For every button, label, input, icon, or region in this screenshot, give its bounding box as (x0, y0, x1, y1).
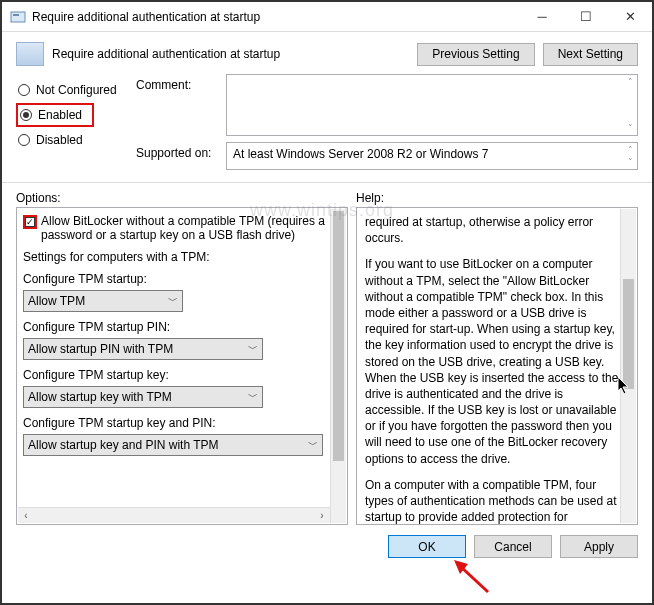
help-pane: required at startup, otherwise a policy … (356, 207, 638, 525)
help-heading: Help: (356, 191, 638, 205)
scroll-right-icon[interactable]: › (314, 508, 330, 523)
configure-tpm-key-pin-select[interactable]: Allow startup key and PIN with TPM ﹀ (23, 434, 323, 456)
configure-tpm-pin-select[interactable]: Allow startup PIN with TPM ﹀ (23, 338, 263, 360)
allow-no-tpm-highlight: ✓ (23, 215, 37, 229)
scroll-left-icon[interactable]: ‹ (18, 508, 34, 523)
minimize-button[interactable]: ─ (520, 2, 564, 32)
scroll-up-icon[interactable]: ˄ (628, 77, 633, 87)
supported-on-text: At least Windows Server 2008 R2 or Windo… (233, 147, 488, 161)
page-title: Require additional authentication at sta… (52, 47, 409, 61)
supported-on-value: At least Windows Server 2008 R2 or Windo… (226, 142, 638, 170)
policy-large-icon (16, 42, 44, 66)
chevron-down-icon: ﹀ (168, 294, 178, 308)
radio-icon (18, 134, 30, 146)
next-setting-button[interactable]: Next Setting (543, 43, 638, 66)
scrollbar-thumb[interactable] (623, 279, 634, 389)
help-text: If you want to use BitLocker on a comput… (365, 256, 619, 466)
select-value: Allow TPM (28, 294, 85, 308)
header: Require additional authentication at sta… (2, 32, 652, 72)
radio-icon (20, 109, 32, 121)
options-vscrollbar[interactable] (330, 209, 346, 523)
radio-label: Disabled (36, 133, 83, 147)
select-value: Allow startup PIN with TPM (28, 342, 173, 356)
allow-no-tpm-checkbox[interactable]: ✓ (25, 217, 35, 227)
configure-tpm-startup-label: Configure TPM startup: (23, 272, 329, 286)
close-button[interactable]: ✕ (608, 2, 652, 32)
configure-tpm-key-pin-label: Configure TPM startup key and PIN: (23, 416, 329, 430)
configure-tpm-pin-label: Configure TPM startup PIN: (23, 320, 329, 334)
select-value: Allow startup key and PIN with TPM (28, 438, 219, 452)
options-heading: Options: (16, 191, 356, 205)
apply-button[interactable]: Apply (560, 535, 638, 558)
comment-label: Comment: (136, 74, 226, 136)
svg-rect-0 (11, 12, 25, 22)
dialog-footer: OK Cancel Apply (2, 525, 652, 568)
options-pane: ✓ Allow BitLocker without a compatible T… (16, 207, 348, 525)
configure-tpm-startup-select[interactable]: Allow TPM ﹀ (23, 290, 183, 312)
ok-button[interactable]: OK (388, 535, 466, 558)
radio-not-configured[interactable]: Not Configured (16, 78, 136, 102)
scroll-down-icon[interactable]: ˅ (628, 157, 633, 167)
divider (2, 182, 652, 183)
comment-input[interactable]: ˄ ˅ (226, 74, 638, 136)
chevron-down-icon: ﹀ (248, 390, 258, 404)
select-value: Allow startup key with TPM (28, 390, 172, 404)
cancel-button[interactable]: Cancel (474, 535, 552, 558)
previous-setting-button[interactable]: Previous Setting (417, 43, 534, 66)
tpm-section-label: Settings for computers with a TPM: (23, 250, 329, 264)
options-hscrollbar[interactable]: ‹ › (18, 507, 330, 523)
allow-no-tpm-label: Allow BitLocker without a compatible TPM… (41, 214, 329, 242)
radio-disabled[interactable]: Disabled (16, 128, 136, 152)
help-text: On a computer with a compatible TPM, fou… (365, 477, 619, 525)
supported-on-label: Supported on: (136, 142, 226, 170)
state-radio-group: Not Configured Enabled Disabled (16, 74, 136, 176)
window-title: Require additional authentication at sta… (32, 10, 520, 24)
chevron-down-icon: ﹀ (308, 438, 318, 452)
policy-icon (10, 9, 26, 25)
configure-tpm-key-label: Configure TPM startup key: (23, 368, 329, 382)
radio-label: Not Configured (36, 83, 117, 97)
radio-enabled[interactable]: Enabled (16, 103, 94, 127)
help-vscrollbar[interactable] (620, 209, 636, 523)
titlebar: Require additional authentication at sta… (2, 2, 652, 32)
scrollbar-thumb[interactable] (333, 211, 344, 461)
radio-icon (18, 84, 30, 96)
chevron-down-icon: ﹀ (248, 342, 258, 356)
scroll-up-icon[interactable]: ˄ (628, 145, 633, 155)
maximize-button[interactable]: ☐ (564, 2, 608, 32)
scroll-down-icon[interactable]: ˅ (628, 123, 633, 133)
svg-rect-1 (13, 14, 19, 16)
help-text: required at startup, otherwise a policy … (365, 214, 619, 246)
configure-tpm-key-select[interactable]: Allow startup key with TPM ﹀ (23, 386, 263, 408)
radio-label: Enabled (38, 108, 82, 122)
